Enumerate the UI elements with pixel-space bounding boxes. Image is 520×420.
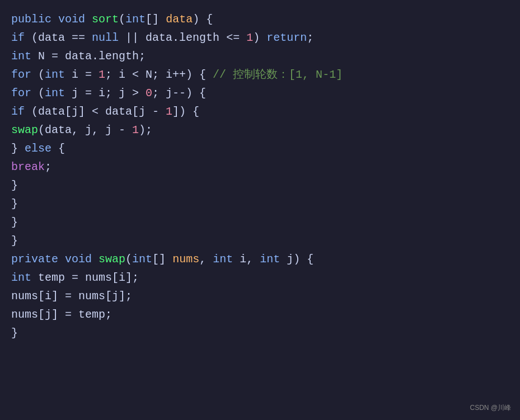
token-kw-void: void — [58, 10, 85, 29]
token-number: 1 — [132, 121, 139, 139]
token-kw-public: private — [11, 250, 58, 268]
token-plain: ]) { — [172, 102, 199, 121]
token-plain: ) — [253, 29, 266, 47]
token-method: sort — [92, 10, 119, 29]
token-var-name: data — [105, 102, 132, 121]
token-plain: } — [11, 232, 18, 250]
token-kw-int: int — [45, 65, 65, 84]
token-comment: // 控制轮数：[1, N-1] — [213, 65, 343, 84]
token-kw-else: else — [25, 139, 51, 158]
token-plain: ; i < N; i++) { — [105, 65, 213, 84]
token-plain: , j, j - — [72, 121, 132, 139]
code-line: } — [11, 324, 509, 342]
token-plain: , — [199, 250, 213, 268]
token-plain: ( — [25, 29, 38, 47]
code-line: int temp = nums[i]; — [11, 268, 509, 287]
token-plain: .length <= — [172, 29, 246, 47]
token-kw-for: for — [11, 65, 31, 84]
code-line: for (int j = i; j > 0; j--) { — [11, 84, 509, 102]
token-plain: temp = — [31, 268, 85, 287]
token-plain: i, — [233, 250, 260, 268]
token-number: 1 — [246, 29, 253, 47]
code-line: break; — [11, 158, 509, 176]
token-plain: [i] = — [38, 287, 78, 305]
token-plain: } — [11, 176, 18, 195]
token-var-name: data — [146, 29, 172, 47]
token-plain: N = — [31, 47, 65, 65]
token-var-name: data — [38, 29, 65, 47]
token-plain: } — [11, 213, 18, 232]
token-plain: { — [51, 139, 65, 158]
token-plain: [j] < — [65, 102, 105, 121]
token-kw-int: int — [260, 250, 280, 268]
token-plain: j) { — [280, 250, 313, 268]
code-line: } — [11, 232, 509, 250]
token-var-name: nums — [11, 287, 38, 305]
token-kw-return: return — [266, 29, 307, 47]
token-number: 1 — [166, 102, 172, 121]
token-var-name: data — [65, 47, 92, 65]
token-plain: ( — [31, 84, 45, 102]
token-plain: [i]; — [112, 268, 139, 287]
token-kw-if: if — [11, 29, 25, 47]
token-plain — [51, 10, 58, 29]
token-plain: ; — [307, 29, 313, 47]
token-number: 0 — [146, 84, 152, 102]
token-method: swap — [99, 250, 125, 268]
token-plain: == — [65, 29, 92, 47]
token-kw-void: void — [65, 250, 92, 268]
token-kw-break: break — [11, 158, 45, 176]
token-plain: ); — [139, 121, 152, 139]
token-plain: } — [11, 195, 18, 213]
token-plain: ; — [45, 158, 51, 176]
token-plain — [58, 250, 65, 268]
token-plain: || — [119, 29, 146, 47]
code-line: private void swap(int[] nums, int i, int… — [11, 250, 509, 268]
code-line: for (int i = 1; i < N; i++) { // 控制轮数：[1… — [11, 65, 509, 84]
code-line: if (data[j] < data[j - 1]) { — [11, 102, 509, 121]
code-line: if (data == null || data.length <= 1) re… — [11, 29, 509, 47]
code-line: public void sort(int[] data) { — [11, 10, 509, 29]
token-param-name: nums — [172, 250, 199, 268]
token-var-name: nums — [11, 305, 38, 324]
token-var-name: nums — [78, 287, 105, 305]
token-var-name: data — [45, 121, 72, 139]
token-plain: ( — [31, 65, 45, 84]
token-plain: .length; — [92, 47, 146, 65]
code-line: int N = data.length; — [11, 47, 509, 65]
token-plain: [] — [152, 250, 172, 268]
token-plain: } — [11, 139, 25, 158]
code-block: public void sort(int[] data) { if (data … — [11, 10, 509, 342]
token-plain: ( — [25, 102, 38, 121]
code-line: } — [11, 176, 509, 195]
token-method: swap — [11, 121, 38, 139]
token-number: 1 — [99, 65, 105, 84]
code-line: } — [11, 213, 509, 232]
token-plain: ( — [38, 121, 45, 139]
code-line: } — [11, 195, 509, 213]
code-line: swap(data, j, j - 1); — [11, 121, 509, 139]
token-plain: ( — [119, 10, 125, 29]
token-kw-for: for — [11, 84, 31, 102]
token-kw-int: int — [132, 250, 152, 268]
token-kw-int: int — [11, 47, 31, 65]
token-kw-int: int — [45, 84, 65, 102]
token-param-name: data — [166, 10, 193, 29]
token-plain — [85, 10, 92, 29]
token-plain — [92, 250, 99, 268]
token-plain: [] — [146, 10, 166, 29]
token-kw-int: int — [125, 10, 146, 29]
token-plain: ) { — [193, 10, 213, 29]
token-kw-int: int — [11, 268, 31, 287]
token-plain: i = — [65, 65, 99, 84]
watermark: CSDN @川峰 — [470, 403, 511, 413]
code-line: nums[i] = nums[j]; — [11, 287, 509, 305]
token-plain: } — [11, 324, 18, 342]
token-plain: [j] = temp; — [38, 305, 112, 324]
token-var-name: nums — [85, 268, 112, 287]
token-kw-public: public — [11, 10, 51, 29]
token-plain: [j]; — [105, 287, 132, 305]
code-line: nums[j] = temp; — [11, 305, 509, 324]
token-plain: [j - — [132, 102, 166, 121]
token-plain: ( — [125, 250, 132, 268]
